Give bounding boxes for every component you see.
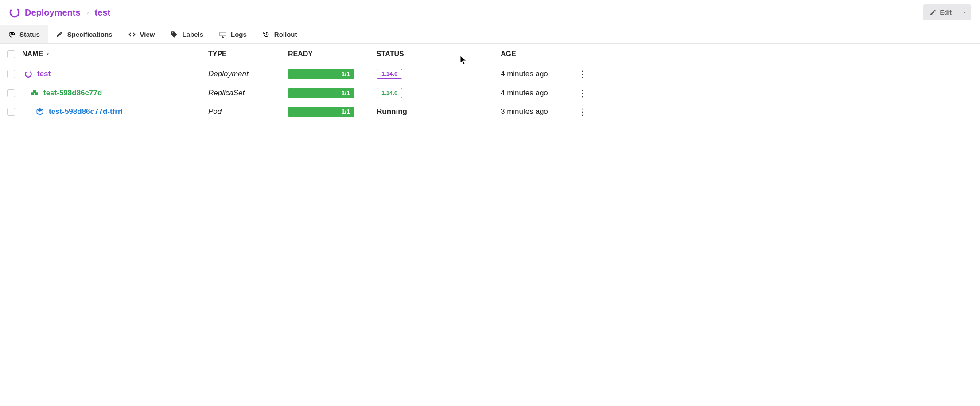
chevron-right-icon xyxy=(85,8,90,18)
status-text: Running xyxy=(377,107,407,116)
resource-type: Deployment xyxy=(208,70,288,78)
column-header-ready[interactable]: READY xyxy=(288,50,377,58)
tab-logs[interactable]: Logs xyxy=(211,25,255,43)
breadcrumb-root-link[interactable]: Deployments xyxy=(25,8,81,18)
svg-rect-1 xyxy=(220,32,226,36)
pod-cube-icon xyxy=(35,107,44,116)
resource-name-text: test xyxy=(37,70,51,78)
tab-label: Logs xyxy=(231,31,247,38)
tab-specifications[interactable]: Specifications xyxy=(48,25,121,43)
tab-status[interactable]: Status xyxy=(0,25,48,43)
breadcrumb: Deployments test xyxy=(9,7,110,18)
svg-rect-4 xyxy=(35,92,38,95)
svg-point-2 xyxy=(24,70,33,78)
resource-age: 3 minutes ago xyxy=(501,107,572,116)
breadcrumb-current: test xyxy=(95,8,111,18)
ready-progress: 1/1 xyxy=(288,107,354,117)
resource-age: 4 minutes ago xyxy=(501,89,572,98)
resource-type: ReplicaSet xyxy=(208,89,288,98)
tab-label: Status xyxy=(19,31,40,38)
edit-button[interactable]: Edit xyxy=(923,4,958,20)
resource-name-link[interactable]: test-598d86c77d-tfrrl xyxy=(22,107,208,116)
svg-rect-3 xyxy=(31,92,35,95)
edit-dropdown-toggle[interactable] xyxy=(958,4,971,20)
resource-name-link[interactable]: test xyxy=(22,70,208,78)
page-header: Deployments test Edit xyxy=(0,0,980,25)
edit-button-group: Edit xyxy=(923,4,971,20)
ready-progress: 1/1 xyxy=(288,69,354,79)
tab-bar: Status Specifications View Labels Logs R… xyxy=(0,25,980,44)
edit-button-label: Edit xyxy=(940,9,952,16)
svg-rect-5 xyxy=(33,90,36,93)
row-actions-menu[interactable]: ⋮ xyxy=(572,107,594,116)
sort-caret-down-icon xyxy=(46,50,50,58)
status-badge: 1.14.0 xyxy=(377,69,402,79)
tab-label: Rollout xyxy=(274,31,297,38)
column-header-type[interactable]: TYPE xyxy=(208,50,288,58)
tag-icon xyxy=(171,31,178,38)
table-row: test-598d86c77d ReplicaSet 1/1 1.14.0 4 … xyxy=(0,83,980,102)
tab-rollout[interactable]: Rollout xyxy=(255,25,305,43)
tab-label: Labels xyxy=(182,31,203,38)
svg-point-0 xyxy=(9,7,20,18)
row-actions-menu[interactable]: ⋮ xyxy=(572,89,594,98)
resource-name-text: test-598d86c77d xyxy=(43,89,102,98)
status-badge: 1.14.0 xyxy=(377,88,402,98)
resource-age: 4 minutes ago xyxy=(501,70,572,78)
deployment-ring-icon xyxy=(24,70,33,78)
table-row: test-598d86c77d-tfrrl Pod 1/1 Running 3 … xyxy=(0,102,980,121)
column-header-name[interactable]: NAME xyxy=(22,50,208,58)
pencil-icon xyxy=(56,31,63,38)
resource-name-link[interactable]: test-598d86c77d xyxy=(22,89,208,98)
select-all-checkbox[interactable] xyxy=(7,50,15,58)
row-checkbox[interactable] xyxy=(7,70,15,78)
column-header-status[interactable]: STATUS xyxy=(377,50,501,58)
resource-name-text: test-598d86c77d-tfrrl xyxy=(49,107,123,116)
row-checkbox[interactable] xyxy=(7,89,15,97)
resource-table: NAME TYPE READY STATUS AGE test Deployme… xyxy=(0,44,980,121)
history-icon xyxy=(263,31,270,38)
deployment-ring-icon xyxy=(9,7,20,18)
column-header-label: NAME xyxy=(22,50,43,58)
replicaset-icon xyxy=(30,89,39,98)
tab-label: Specifications xyxy=(67,31,113,38)
row-actions-menu[interactable]: ⋮ xyxy=(572,70,594,78)
table-row: test Deployment 1/1 1.14.0 4 minutes ago… xyxy=(0,64,980,83)
monitor-icon xyxy=(219,31,226,38)
tab-label: View xyxy=(140,31,155,38)
caret-down-icon xyxy=(963,9,967,16)
tab-view[interactable]: View xyxy=(121,25,163,43)
column-header-age[interactable]: AGE xyxy=(501,50,572,58)
ready-progress: 1/1 xyxy=(288,88,354,98)
edit-icon xyxy=(929,9,937,16)
table-header-row: NAME TYPE READY STATUS AGE xyxy=(0,44,980,64)
row-checkbox[interactable] xyxy=(7,108,15,116)
tab-labels[interactable]: Labels xyxy=(163,25,211,43)
code-icon xyxy=(128,31,136,38)
heartbeat-icon xyxy=(8,31,15,38)
resource-type: Pod xyxy=(208,107,288,116)
